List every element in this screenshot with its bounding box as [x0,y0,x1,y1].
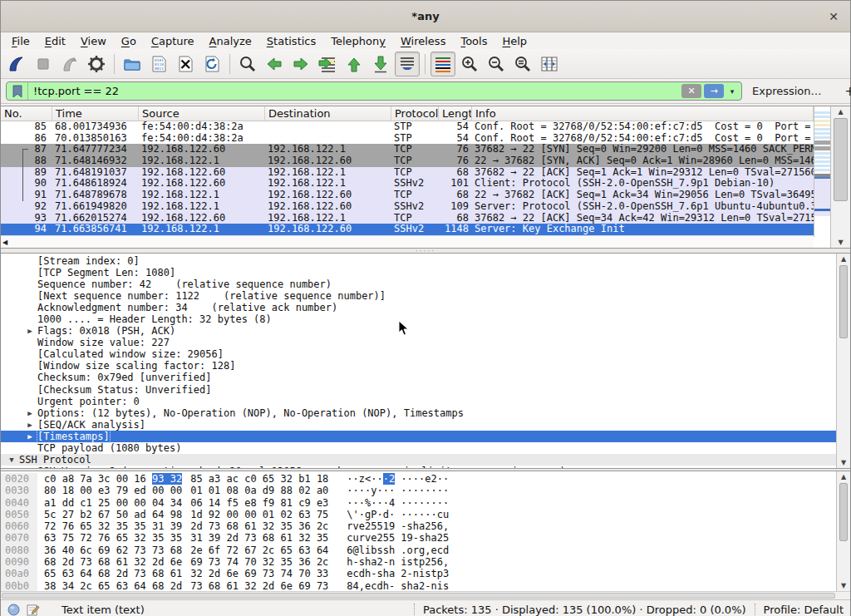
hex-hscrollbar[interactable] [1,591,850,599]
detail-line[interactable]: ▶SSH Version 2 (encryption:chacha20-poly… [1,466,836,468]
filter-apply-button[interactable]: → [704,84,724,98]
hex-row-0070[interactable]: 007063 75 72 76 65 32 35 3531 39 2d 73 6… [1,532,836,544]
scrollbar-thumb[interactable] [839,265,848,338]
hex-bytes[interactable]: 32 2d 6e 69 73 74 70 33 [190,568,328,579]
ascii-bytes[interactable]: h-sha2-n istp256, [328,556,449,568]
detail-line[interactable]: TCP payload (1080 bytes) [1,442,836,454]
detail-line[interactable]: ▶Options: (12 bytes), No-Operation (NOP)… [1,407,836,419]
scroll-down-icon[interactable]: ▼ [837,582,850,589]
zoom-reset-button[interactable] [510,52,535,76]
selected-ascii[interactable]: ·2 [383,473,395,485]
auto-scroll-button[interactable] [395,52,420,76]
expand-arrow-icon[interactable]: ▼ [4,454,19,466]
hex-bytes[interactable]: 1d 92 00 00 01 02 63 75 [190,509,328,520]
expand-arrow-icon[interactable]: ▶ [22,419,37,431]
filter-dropdown-caret[interactable]: ▾ [726,87,738,96]
go-to-packet-button[interactable] [315,52,340,76]
display-filter-input[interactable]: !tcp.port == 22 ✕ → ▾ [6,81,742,101]
close-window-button[interactable]: ✕ [825,8,842,25]
expand-arrow-icon[interactable]: ▶ [22,466,37,468]
menu-edit[interactable]: Edit [37,34,73,48]
hex-bytes[interactable]: 80 18 00 e3 79 ed 00 00 [37,485,182,496]
expand-arrow-icon[interactable]: ▶ [22,431,37,442]
hex-bytes[interactable]: 01 01 08 0a d9 88 02 a0 [190,485,328,496]
hex-bytes[interactable]: c0 a8 7a 3c 00 16 93 32 [37,473,182,485]
column-header-no[interactable]: No. [1,106,52,121]
hex-bytes[interactable]: 69 73 74 70 32 35 36 2c [190,556,328,568]
detail-line[interactable]: [Stream index: 0] [1,255,836,267]
menu-statistics[interactable]: Statistics [259,34,323,48]
zoom-in-button[interactable] [457,52,482,76]
menu-analyze[interactable]: Analyze [202,34,259,48]
expand-arrow-icon[interactable]: ▶ [22,325,37,337]
ascii-bytes[interactable]: ecdh-sha 2-nistp3 [328,568,449,579]
scrollbar-thumb[interactable] [839,483,848,541]
detail-line[interactable]: Acknowledgment number: 34 (relative ack … [1,302,836,313]
detail-line[interactable]: [Next sequence number: 1122 (relative se… [1,290,836,302]
packet-row-94[interactable]: 9471.663856741192.168.122.1192.168.122.6… [1,224,814,235]
hex-bytes[interactable]: 38 34 2c 65 63 64 68 2d [37,580,182,591]
hex-bytes[interactable]: 68 2d 73 68 61 32 2d 6e [37,556,182,568]
menu-capture[interactable]: Capture [144,34,202,48]
hex-row-00b0[interactable]: 00b038 34 2c 65 63 64 68 2d73 68 61 32 2… [1,580,836,591]
start-capture-button[interactable] [4,52,29,76]
expert-info-icon[interactable] [7,604,20,616]
detail-line[interactable]: ▶[Timestamps] [1,431,836,442]
menu-file[interactable]: File [4,34,37,48]
hex-bytes[interactable]: 65 63 64 68 2d 73 68 61 [37,568,182,579]
detail-line[interactable]: Urgent pointer: 0 [1,396,836,407]
hex-bytes[interactable]: 63 75 72 76 65 32 35 35 [37,532,182,544]
detail-line[interactable]: ▶Flags: 0x018 (PSH, ACK) [1,325,836,337]
hex-row-0030[interactable]: 003080 18 00 e3 79 ed 00 0001 01 08 0a d… [1,485,836,496]
column-header-destination[interactable]: Destination [265,106,391,121]
ascii-bytes[interactable]: \'·gP·d· ······cu [328,509,449,520]
capture-comment-icon[interactable] [27,604,40,616]
splitter-handle[interactable]: ····· [416,249,435,253]
detail-line[interactable]: Window size value: 227 [1,337,836,348]
find-packet-button[interactable] [235,52,260,76]
packet-row-85[interactable]: 8568.001734936fe:54:00:d4:38:2aSTP54Conf… [1,121,814,133]
menu-wireless[interactable]: Wireless [393,34,453,48]
scroll-down-icon[interactable]: ▼ [831,239,850,246]
packet-list-hscrollbar[interactable]: ◀ [1,235,814,248]
go-last-button[interactable] [368,52,393,76]
scroll-up-icon[interactable]: ▲ [837,473,850,480]
packet-row-88[interactable]: 8871.648146932192.168.122.1192.168.122.6… [1,155,814,167]
open-file-button[interactable] [120,52,145,76]
title-bar[interactable]: *any ✕ [1,1,850,32]
intelligent-scrollbar-minimap[interactable] [814,106,830,237]
hex-bytes[interactable]: 5c 27 b2 67 50 ad 64 98 [37,509,182,520]
pane-splitter[interactable]: ····· [1,249,850,253]
ascii-bytes[interactable]: rve25519 -sha256, [328,520,449,532]
packet-row-86[interactable]: 8670.013850163fe:54:00:d4:38:2aSTP54Conf… [1,133,814,145]
pane-splitter[interactable] [1,469,850,471]
hex-row-0020[interactable]: 0020c0 a8 7a 3c 00 16 93 3285 a3 ac c0 6… [1,473,836,485]
scroll-up-icon[interactable]: ▲ [831,108,850,116]
column-header-source[interactable]: Source [139,106,265,121]
detail-line[interactable]: ▶[SEQ/ACK analysis] [1,419,836,431]
colorize-button[interactable] [430,52,455,76]
go-back-button[interactable] [262,52,287,76]
scroll-up-icon[interactable]: ▲ [837,255,850,263]
capture-options-button[interactable] [84,52,109,76]
scroll-down-icon[interactable]: ▼ [837,459,850,466]
detail-vscrollbar[interactable]: ▲ ▼ [836,254,850,468]
add-filter-button[interactable]: + [839,84,851,99]
detail-line[interactable]: Checksum: 0x79ed [unverified] [1,372,836,383]
filter-text[interactable]: !tcp.port == 22 [28,85,681,97]
ascii-bytes[interactable]: curve255 19-sha25 [328,532,449,544]
column-header-time[interactable]: Time [52,106,139,121]
column-header-info[interactable]: Info [472,106,814,121]
go-first-button[interactable] [342,52,366,76]
detail-line[interactable]: 1000 .... = Header Length: 32 bytes (8) [1,313,836,325]
hex-row-0040[interactable]: 0040a1 dd c1 25 00 00 04 3406 14 f5 e8 f… [1,497,836,509]
reload-file-button[interactable] [199,52,224,76]
hex-row-0090[interactable]: 009068 2d 73 68 61 32 2d 6e69 73 74 70 3… [1,556,836,568]
close-file-button[interactable] [173,52,198,76]
ascii-bytes[interactable]: 84,ecdh- sha2-nis [328,580,449,591]
packet-row-89[interactable]: 8971.648191037192.168.122.60192.168.122.… [1,167,814,179]
detail-line[interactable]: [Window size scaling factor: 128] [1,360,836,372]
hex-row-00a0[interactable]: 00a065 63 64 68 2d 73 68 6132 2d 6e 69 7… [1,568,836,579]
hex-row-0050[interactable]: 00505c 27 b2 67 50 ad 64 981d 92 00 00 0… [1,509,836,520]
hex-bytes[interactable]: 2d 73 68 61 32 35 36 2c [190,520,328,532]
